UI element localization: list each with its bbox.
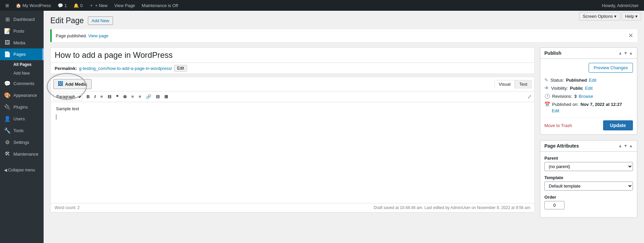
paragraph-select[interactable]: Paragraph — [53, 93, 83, 100]
collapse-up-icon[interactable]: ▲ — [618, 51, 622, 55]
add-media-icon: 🖼 — [58, 81, 63, 87]
page-attributes-header[interactable]: Page Attributes ▲ ▼ ▲ — [540, 140, 637, 152]
adminbar-maintenance[interactable]: Maintenance is Off — [139, 0, 181, 11]
align-right-button[interactable]: ≡ — [137, 93, 143, 100]
collapse-icon: ◀ — [4, 168, 7, 172]
published-value: Nov 7, 2022 at 12:27 — [581, 102, 622, 107]
maintenance-icon: 🛠 — [4, 151, 11, 157]
visibility-edit-link[interactable]: Edit — [585, 86, 592, 91]
status-edit-link[interactable]: Edit — [589, 78, 596, 83]
permalink-edit-button[interactable]: Edit — [174, 65, 187, 72]
comments-icon: 💬 — [58, 3, 63, 8]
sidebar-subitem-all-pages[interactable]: All Pages — [0, 60, 44, 69]
read-more-button[interactable]: ⊟ — [154, 93, 162, 100]
collapse-down-icon[interactable]: ▼ — [624, 51, 628, 55]
template-select[interactable]: Default template — [544, 181, 633, 191]
publish-box-header[interactable]: Publish ▲ ▼ ▲ — [540, 48, 637, 59]
parent-label: Parent — [544, 156, 633, 161]
adminbar-howdy[interactable]: Howdy, AdminUser — [599, 0, 641, 11]
table-button[interactable]: ⊞ — [162, 93, 170, 100]
adminbar-notifications[interactable]: 🔔 0 — [71, 0, 85, 11]
posts-icon: 📝 — [4, 28, 11, 34]
visibility-icon: 👁 — [544, 85, 549, 91]
page-title-input[interactable]: How to add a page in WordPress — [50, 47, 535, 63]
calendar-icon: 📅 — [544, 102, 550, 107]
visibility-value: Public — [570, 86, 583, 91]
italic-button[interactable]: I — [92, 93, 98, 100]
status-value: Published — [566, 78, 587, 83]
align-center-button[interactable]: ≡ — [129, 93, 136, 100]
blockquote-button[interactable]: ❝ — [114, 93, 120, 100]
sidebar-item-appearance[interactable]: 🎨 Appearance — [0, 89, 44, 101]
editor-body[interactable]: Sample text — [51, 102, 534, 203]
publish-box-controls: ▲ ▼ ▲ — [618, 51, 633, 55]
close-icon[interactable]: ▲ — [629, 51, 633, 55]
sidebar-subitem-add-new[interactable]: Add New — [0, 69, 44, 78]
adminbar-view-page[interactable]: View Page — [112, 0, 138, 11]
revisions-browse-link[interactable]: Browse — [579, 94, 593, 99]
add-new-button[interactable]: Add New — [88, 16, 113, 25]
sidebar-item-maintenance[interactable]: 🛠 Maintenance — [0, 148, 44, 160]
page-title: Edit Page — [50, 16, 84, 25]
parent-field: Parent (no parent) — [544, 156, 633, 171]
site-name-icon: 🏠 — [16, 3, 21, 8]
pa-collapse-down-icon[interactable]: ▼ — [624, 144, 628, 148]
order-field: Order 0 — [544, 195, 633, 209]
sidebar-item-plugins[interactable]: 🔌 Plugins — [0, 101, 44, 113]
tab-visual[interactable]: Visual — [494, 80, 515, 88]
appearance-icon: 🎨 — [4, 92, 11, 98]
order-input[interactable]: 0 — [544, 201, 565, 209]
view-page-link[interactable]: View page — [88, 33, 108, 38]
tools-icon: 🔧 — [4, 127, 11, 134]
screen-options-button[interactable]: Screen Options ▾ — [579, 12, 620, 21]
main-content: Edit Page Add New Page published. View p… — [44, 11, 644, 243]
collapse-menu[interactable]: ◀ Collapse menu — [0, 165, 44, 175]
adminbar-comments[interactable]: 💬 1 — [55, 0, 69, 11]
help-button[interactable]: Help ▾ — [622, 12, 641, 21]
revisions-value: 3 — [574, 94, 577, 99]
align-left-button[interactable]: ⊜ — [121, 93, 129, 100]
link-button[interactable]: 🔗 — [144, 93, 153, 100]
update-button[interactable]: Update — [603, 120, 633, 130]
sidebar-item-users[interactable]: 👤 Users — [0, 113, 44, 125]
parent-select[interactable]: (no parent) — [544, 162, 633, 171]
page-header: Edit Page Add New — [50, 16, 637, 25]
ordered-list-button[interactable]: ⊟ — [106, 93, 113, 100]
status-label: Status: — [550, 78, 564, 83]
sidebar-item-dashboard[interactable]: ⊞ Dashboard — [0, 13, 44, 25]
editor-container: 🖼 Add Media Visual Text — [50, 77, 535, 212]
permalink-url[interactable]: g-testing_com/how-to-add-a-page-in-wordp… — [79, 66, 172, 71]
settings-icon: ⚙ — [4, 139, 11, 146]
adminbar-wp-logo[interactable]: ⊞ — [3, 0, 12, 11]
screen-options-bar: Screen Options ▾ Help ▾ — [576, 11, 644, 22]
sidebar-item-settings[interactable]: ⚙ Settings — [0, 136, 44, 148]
admin-bar: ⊞ 🏠 My WordPress 💬 1 🔔 0 ＋ + New View Pa… — [0, 0, 644, 11]
sidebar-item-tools[interactable]: 🔧 Tools — [0, 125, 44, 136]
add-media-wrapper: 🖼 Add Media — [53, 79, 92, 89]
sidebar-item-posts[interactable]: 📝 Posts — [0, 25, 44, 37]
permalink-row: Permalink: g-testing_com/how-to-add-a-pa… — [50, 63, 535, 74]
sidebar-item-pages[interactable]: 📄 Pages — [0, 48, 44, 60]
pa-collapse-up-icon[interactable]: ▲ — [618, 144, 622, 148]
notice-dismiss-button[interactable]: ✕ — [628, 32, 633, 39]
pa-close-icon[interactable]: ▲ — [629, 144, 633, 148]
sidebar-item-media[interactable]: 🖼 Media — [0, 37, 44, 48]
fullscreen-button[interactable]: ⤢ — [527, 93, 532, 100]
published-row: 📅 Published on: Nov 7, 2022 at 12:27 — [544, 100, 633, 108]
publish-actions: Move to Trash Update — [544, 117, 633, 130]
notice-text: Page published. View page — [56, 33, 108, 38]
publish-box-title: Publish — [544, 50, 561, 56]
format-toolbar: Paragraph B I ≡ ⊟ ❝ ⊜ ≡ ≡ 🔗 ⊟ — [51, 91, 534, 102]
adminbar-site-name[interactable]: 🏠 My WordPress — [13, 0, 54, 11]
sidebar-item-comments[interactable]: 💬 Comments — [0, 78, 44, 89]
editor-cursor-line — [56, 114, 529, 120]
media-icon: 🖼 — [4, 40, 11, 46]
unordered-list-button[interactable]: ≡ — [98, 93, 105, 100]
published-edit-link[interactable]: Edit — [552, 108, 559, 113]
move-to-trash-link[interactable]: Move to Trash — [544, 123, 572, 128]
preview-changes-button[interactable]: Preview Changes — [589, 63, 633, 73]
tab-text[interactable]: Text — [515, 80, 532, 88]
adminbar-new[interactable]: ＋ + New — [87, 0, 110, 11]
bold-button[interactable]: B — [85, 93, 92, 100]
add-media-button[interactable]: 🖼 Add Media — [53, 79, 92, 89]
